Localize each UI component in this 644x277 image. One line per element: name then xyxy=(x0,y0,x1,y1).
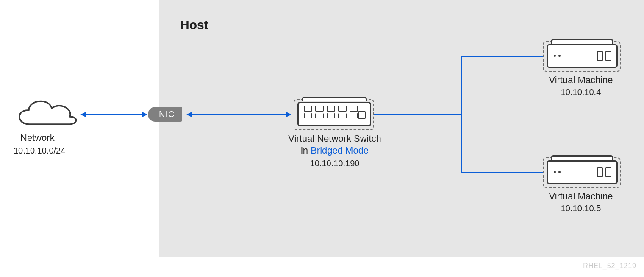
conn-branch-to-vm1 xyxy=(461,56,543,57)
host-panel xyxy=(159,0,644,257)
vm2-ip: 10.10.10.5 xyxy=(543,204,619,213)
arrow-cloud-to-nic xyxy=(80,109,147,120)
vm2-label: Virtual Machine xyxy=(543,191,619,202)
switch-ip: 10.10.10.190 xyxy=(282,159,388,168)
vm1-icon xyxy=(547,44,618,68)
footer-reference: RHEL_52_1219 xyxy=(583,262,636,270)
conn-switch-to-branch xyxy=(374,114,462,115)
arrow-nic-to-switch xyxy=(186,109,291,120)
switch-icon xyxy=(297,102,371,126)
vm1-label: Virtual Machine xyxy=(543,75,619,86)
vm2-icon xyxy=(547,160,618,184)
nic-label: NIC xyxy=(159,109,175,119)
switch-label-line2: in Bridged Mode xyxy=(282,145,388,156)
vm2-top-bevel xyxy=(551,155,613,160)
cloud-icon xyxy=(13,95,80,129)
switch-label-line2-accent: Bridged Mode xyxy=(311,145,369,156)
vm1-ip: 10.10.10.4 xyxy=(543,87,619,97)
nic-tag: NIC xyxy=(148,107,182,122)
network-subnet: 10.10.10.0/24 xyxy=(14,146,65,156)
svg-marker-1 xyxy=(80,112,86,118)
conn-branch-vertical xyxy=(461,56,462,173)
svg-marker-4 xyxy=(186,112,192,118)
switch-label-line1: Virtual Network Switch xyxy=(282,133,388,144)
svg-marker-5 xyxy=(286,112,291,118)
network-label: Network xyxy=(20,132,55,143)
vm1-top-bevel xyxy=(551,39,613,44)
switch-label-line2-prefix: in xyxy=(301,145,311,156)
svg-marker-2 xyxy=(142,112,147,118)
host-title: Host xyxy=(180,18,208,32)
switch-top-bevel xyxy=(302,97,367,101)
conn-branch-to-vm2 xyxy=(461,172,543,173)
